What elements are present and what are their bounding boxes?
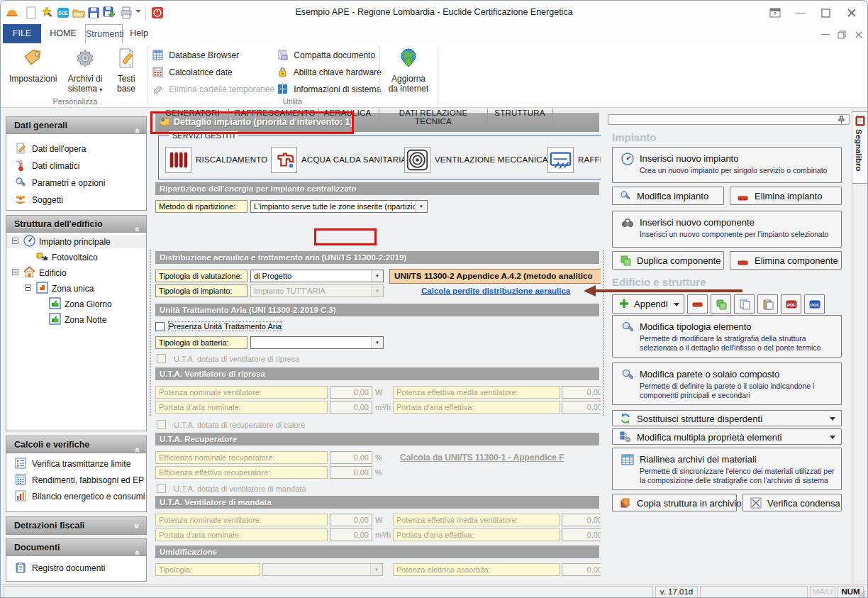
pin-icon[interactable] (838, 116, 845, 124)
compatta-documento-button[interactable]: Compatta documento (277, 50, 375, 62)
collapse-chevron-icon[interactable]: » (128, 123, 145, 133)
duplica-struttura-button[interactable] (711, 294, 731, 314)
mdi-restore-button[interactable] (838, 31, 846, 39)
sidebar-item-parametri[interactable]: Parametri e opzioni (6, 176, 146, 190)
ventilazione-label: VENTILAZIONE MECCANICA (435, 155, 548, 164)
section-dati-generali-header[interactable]: Dati generali» (6, 117, 146, 134)
modifica-multipla-button[interactable]: Modifica multipla proprietà elementi (612, 428, 842, 445)
maximize-button[interactable] (821, 9, 830, 18)
main-panel: Dettaglio impianto (priorità d'intervent… (155, 109, 601, 584)
inserisci-componente-button[interactable]: Inserisci nuovo componente Inserisci un … (612, 211, 842, 248)
potenza-effettiva-mandata-value: 0,00 (562, 514, 601, 526)
minimize-button[interactable]: ― (796, 8, 806, 18)
tab-file[interactable]: FILE (3, 24, 41, 43)
metodo-ripartizione-select[interactable]: L'impianto serve tutte le zone inserite … (250, 200, 428, 213)
calcola-perdite-link[interactable]: Calcola perdite distribuzione aeraulica (421, 287, 570, 295)
incolla-button[interactable] (757, 294, 778, 314)
database-browser-button[interactable]: Database Browser (152, 50, 239, 62)
elimina-componente-button[interactable]: Elimina componente (730, 251, 842, 270)
tree-item-impianto-principale[interactable]: Impianto principale (6, 235, 146, 248)
doc-button[interactable]: DOC (804, 294, 825, 314)
duplica-componente-button[interactable]: Duplica componente (612, 251, 724, 270)
informazioni-sistema-button[interactable]: Informazioni di sistema (277, 84, 381, 96)
raffrescamento-icon[interactable] (547, 147, 574, 173)
tab-help[interactable]: Help (123, 24, 155, 43)
sostituisci-strutture-button[interactable]: Sostituisci strutture disperdenti (612, 410, 842, 426)
abilita-chiave-label: Abilita chiave hardware (294, 67, 382, 77)
portata-nominale-value: 0,00 (330, 401, 372, 414)
calcolatrice-date-button[interactable]: Calcolatrice date (152, 67, 233, 79)
collapse-chevron-icon[interactable]: » (128, 443, 145, 453)
presenza-uta-checkbox[interactable] (155, 322, 165, 331)
appendi-button[interactable]: Appendi (612, 294, 684, 314)
mandata-bar: U.T.A. Ventilatore di mandata (155, 496, 599, 509)
compatta-documento-label: Compatta documento (294, 50, 375, 60)
modifica-impianto-button[interactable]: Modifica impianto (612, 187, 724, 205)
modifica-parete-button[interactable]: Modifica parete o solaio composto Permet… (612, 362, 842, 405)
gear-icon (74, 48, 96, 69)
tab-dati-relazione[interactable]: DATI RELAZIONE TECNICA (384, 109, 483, 126)
sidebar-item-dati-opera[interactable]: Dati dell'opera (6, 142, 146, 156)
inserisci-impianto-button[interactable]: Inserisci nuovo impianto Crea un nuovo i… (612, 147, 842, 183)
uta-ripresa-checkbox (157, 354, 166, 363)
potenza-nominale-unit: W (375, 386, 382, 399)
section-documenti: Documenti» Registro documenti (6, 538, 147, 582)
database-browser-label: Database Browser (169, 50, 239, 60)
section-calcoli-header[interactable]: Calcoli e verifiche» (6, 436, 146, 453)
table-icon (152, 50, 163, 60)
section-documenti-header[interactable]: Documenti» (6, 539, 146, 556)
resize-grip[interactable] (857, 590, 866, 598)
pdf-button[interactable]: PDF (781, 294, 801, 314)
abilita-chiave-button[interactable]: Abilita chiave hardware (277, 67, 382, 79)
testi-base-button[interactable]: Testi base (108, 46, 144, 94)
tree-expander[interactable] (12, 269, 18, 275)
copia-struttura-button[interactable]: Copia struttura in archivio (612, 494, 737, 511)
sidebar-item-soggetti[interactable]: Soggetti (6, 193, 146, 207)
copy-icon (739, 299, 750, 310)
uta-ripresa-label: U.T.A. dotata di ventilatore di ripresa (174, 355, 299, 363)
tipologia-valutazione-select[interactable]: di Progetto▼ (250, 270, 384, 282)
padlock-icon (277, 67, 288, 77)
close-button[interactable] (847, 8, 857, 18)
elimina-impianto-button[interactable]: Elimina impianto (730, 187, 842, 205)
potenza-elettrica-value: 0,00 (562, 563, 601, 576)
riallinea-archivi-button[interactable]: Riallinea archivi dei materiali Permette… (612, 448, 842, 490)
archivi-di-sistema-button[interactable]: Archivi di sistema ▾ (63, 46, 107, 94)
paste-icon (762, 299, 774, 310)
sidebar-item-rendimenti[interactable]: Rendimenti, fabbisogni ed EP (6, 473, 146, 487)
collapse-chevron-icon[interactable]: » (128, 546, 145, 555)
tab-home[interactable]: HOME (41, 24, 85, 43)
tipologia-batteria-select[interactable]: ▼ (250, 336, 384, 349)
copia-button[interactable] (734, 294, 755, 314)
aggiorna-internet-button[interactable]: Aggiorna da internet (382, 46, 435, 94)
section-detrazioni-header[interactable]: Detrazioni fiscali» (6, 517, 146, 534)
sidebar-item-verifica-trasmittanze[interactable]: Verifica trasmittanze limite (6, 457, 146, 471)
collapse-chevron-icon[interactable]: » (128, 222, 145, 232)
tab-struttura[interactable]: STRUTTURA (491, 109, 548, 117)
ribbon-collapse-icon[interactable] (769, 8, 781, 18)
tag-icon (22, 48, 43, 69)
mdi-close-button[interactable] (855, 31, 863, 39)
mdi-minimize-button[interactable]: ― (821, 29, 830, 39)
modifica-tipologia-button[interactable]: Modifica tipologia elemento Permette di … (612, 315, 842, 358)
sidebar-item-registro-documenti[interactable]: Registro documenti (6, 561, 146, 575)
impostazioni-button[interactable]: Impostazioni (9, 46, 56, 84)
section-struttura-header[interactable]: Struttura dell'edificio» (6, 216, 146, 233)
ventilazione-icon[interactable] (404, 147, 430, 173)
gauge-icon (23, 235, 35, 247)
sidebar-item-dati-climatici[interactable]: Dati climatici (6, 159, 146, 173)
tree-expander[interactable] (25, 284, 31, 291)
elimina-struttura-button[interactable] (687, 294, 708, 314)
splitter-right[interactable] (602, 249, 606, 416)
expand-chevron-icon[interactable]: » (128, 524, 145, 533)
acqua-calda-icon[interactable] (271, 147, 297, 173)
splitter-left[interactable] (149, 249, 152, 416)
tab-strumenti[interactable]: Strumenti (85, 24, 123, 43)
tree-expander[interactable] (12, 238, 18, 244)
verifica-condensa-button[interactable]: Verifica condensa (742, 494, 842, 511)
sidebar-item-bilancio[interactable]: Bilancio energetico e consumi (6, 489, 146, 504)
minus-icon (738, 258, 749, 269)
presenza-uta-label[interactable]: Presenza Unità Trattamento Aria (169, 322, 282, 331)
segnalibro-tab[interactable]: Segnalibro (852, 111, 868, 184)
riscaldamento-icon[interactable] (165, 147, 191, 173)
